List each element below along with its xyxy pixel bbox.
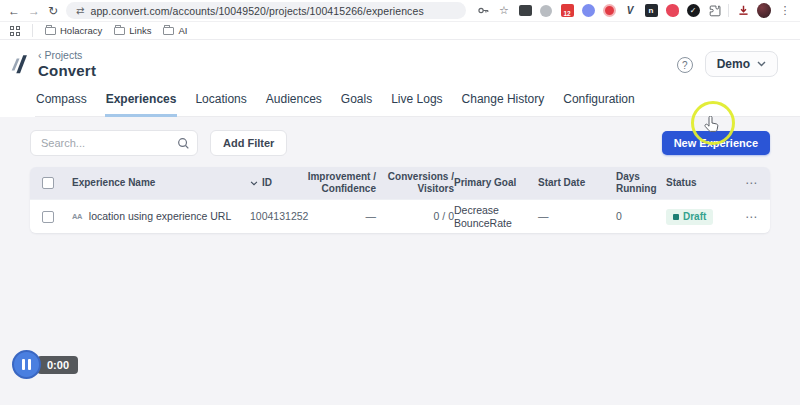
bookmark-label: Holacracy (60, 25, 102, 36)
extension-check-icon[interactable]: ✓ (686, 4, 700, 18)
col-start-date[interactable]: Start Date (538, 173, 616, 193)
help-icon[interactable]: ? (677, 57, 693, 73)
bookmark-folder-links[interactable]: Links (114, 25, 151, 36)
main-content: Add Filter New Experience Experience Nam… (0, 117, 800, 233)
col-status[interactable]: Status (666, 173, 728, 193)
bookmark-label: Links (129, 25, 151, 36)
tab-experiences[interactable]: Experiences (105, 92, 178, 117)
reload-icon[interactable]: ↻ (48, 5, 58, 17)
add-filter-button[interactable]: Add Filter (210, 130, 287, 156)
extension-screen-icon[interactable] (518, 4, 532, 18)
experience-name-link[interactable]: location using experience URL (89, 210, 231, 223)
status-label: Draft (683, 211, 706, 223)
address-bar[interactable]: ⇄ app.convert.com/accounts/10049520/proj… (66, 2, 466, 19)
cell-improvement: — (306, 206, 376, 227)
tab-configuration[interactable]: Configuration (562, 92, 635, 116)
extension-convert-icon[interactable]: V (623, 4, 637, 18)
back-icon[interactable]: ← (8, 5, 20, 17)
cell-id: 1004131252 (250, 206, 306, 227)
extension-notion-icon[interactable]: n (644, 4, 658, 18)
chevron-down-icon (757, 61, 766, 67)
folder-icon (45, 27, 56, 35)
row-menu-icon[interactable]: ⋯ (728, 210, 758, 224)
pause-button[interactable] (12, 350, 41, 379)
cell-start-date: — (538, 206, 616, 227)
browser-toolbar: ← → ↻ ⇄ app.convert.com/accounts/1004952… (0, 0, 800, 22)
tab-change-history[interactable]: Change History (461, 92, 546, 116)
folder-icon (114, 27, 125, 35)
cell-days-running: 0 (616, 206, 666, 227)
status-square-icon (673, 214, 679, 220)
extension-red-blob-icon[interactable] (665, 4, 679, 18)
cell-primary-goal: Decrease BounceRate (454, 200, 538, 233)
tab-compass[interactable]: Compass (35, 92, 88, 116)
table-header: Experience Name ID Improvement / Confide… (30, 167, 770, 199)
extensions-puzzle-icon[interactable] (707, 4, 721, 18)
header-menu-icon[interactable]: ⋯ (728, 176, 758, 190)
aa-test-icon: AA (72, 212, 82, 221)
forward-icon[interactable]: → (28, 5, 40, 17)
breadcrumb-label: Projects (44, 49, 82, 61)
breadcrumb[interactable]: ‹ Projects (38, 49, 96, 61)
experiences-table: Experience Name ID Improvement / Confide… (30, 167, 770, 233)
col-experience-name[interactable]: Experience Name (72, 173, 250, 193)
bookmark-folder-holacracy[interactable]: Holacracy (45, 25, 102, 36)
extension-gray-icon[interactable] (539, 4, 553, 18)
bookmarks-divider (32, 24, 33, 37)
extension-blue-icon[interactable] (581, 4, 595, 18)
select-all-checkbox[interactable] (42, 177, 54, 189)
breadcrumb-chevron-icon: ‹ (38, 49, 42, 61)
tab-live-logs[interactable]: Live Logs (390, 92, 443, 116)
sort-chevron-icon (250, 181, 258, 186)
download-icon[interactable] (736, 4, 750, 18)
extension-red-ring-icon[interactable] (602, 4, 616, 18)
bookmark-label: AI (178, 25, 187, 36)
tab-goals[interactable]: Goals (340, 92, 373, 116)
browser-menu-icon[interactable]: ⋮ (778, 4, 792, 18)
folder-icon (163, 27, 174, 35)
bookmarks-bar: Holacracy Links AI (0, 22, 800, 40)
toolbar-divider (728, 4, 729, 17)
url-text: app.convert.com/accounts/10049520/projec… (90, 5, 423, 17)
tab-audiences[interactable]: Audiences (265, 92, 323, 116)
bookmark-star-icon[interactable]: ☆ (497, 4, 511, 18)
col-primary-goal[interactable]: Primary Goal (454, 173, 538, 193)
col-id-label: ID (262, 177, 272, 189)
toolbar: Add Filter New Experience (30, 130, 770, 156)
tab-locations[interactable]: Locations (194, 92, 247, 116)
account-dropdown[interactable]: Demo (705, 51, 778, 77)
search-input[interactable] (30, 130, 198, 156)
tab-bar: Compass Experiences Locations Audiences … (35, 92, 800, 117)
page-title: Convert (38, 62, 96, 79)
extension-calendar-icon[interactable]: 12 (560, 4, 574, 18)
convert-logo (8, 52, 32, 82)
profile-avatar[interactable] (757, 4, 771, 18)
app-header: ‹ Projects Convert ? Demo Compass Experi… (0, 40, 800, 117)
col-improvement[interactable]: Improvement / Confidence (306, 167, 376, 199)
apps-grid-icon[interactable] (10, 26, 20, 36)
col-id[interactable]: ID (250, 173, 306, 193)
tab-switch-icon[interactable]: ⇄ (76, 5, 84, 16)
col-conversions[interactable]: Conversions / Visitors (376, 167, 454, 199)
col-days-running[interactable]: Days Running (616, 167, 666, 199)
row-checkbox[interactable] (42, 211, 54, 223)
password-key-icon[interactable] (476, 4, 490, 18)
browser-actions: ☆ 12 V n ✓ ⋮ (476, 4, 792, 18)
table-row[interactable]: AA location using experience URL 1004131… (30, 199, 770, 233)
account-label: Demo (717, 57, 750, 71)
cell-conversions: 0 / 0 (376, 206, 454, 227)
search-icon (177, 136, 190, 154)
new-experience-button[interactable]: New Experience (662, 131, 770, 155)
status-badge[interactable]: Draft (666, 209, 713, 225)
recording-timer: 0:00 (37, 356, 78, 374)
screen-recorder-widget: 0:00 (12, 350, 78, 379)
bookmark-folder-ai[interactable]: AI (163, 25, 187, 36)
